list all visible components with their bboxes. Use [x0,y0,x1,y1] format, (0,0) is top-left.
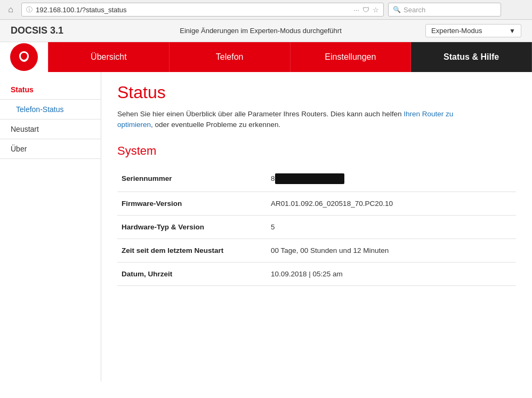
table-row: Seriennummer 8 [117,166,516,192]
search-icon: 🔍 [393,6,401,13]
home-button[interactable]: ⌂ [4,3,17,16]
sidebar-item-neustart[interactable]: Neustart [0,120,101,139]
search-placeholder: Search [404,6,425,14]
table-value-seriennummer: 8 [267,166,516,192]
table-value-hardware: 5 [267,215,516,238]
nav-item-ubersicht[interactable]: Übersicht [48,42,170,72]
content-area: Status Sehen Sie hier einen Überblick üb… [101,72,532,381]
info-icon: ⓘ [26,5,33,14]
redacted-value [275,173,344,184]
star-icon[interactable]: ☆ [373,6,379,14]
table-value-uptime: 00 Tage, 00 Stunden und 12 Minuten [267,238,516,262]
system-info-table: Seriennummer 8 Firmware-Version AR01.01.… [117,166,516,286]
docsis-title: DOCSIS 3.1 [11,25,96,36]
nav-item-telefon[interactable]: Telefon [170,42,291,72]
address-url: 192.168.100.1/?status_status [36,6,350,14]
table-row: Hardware-Typ & Version 5 [117,215,516,238]
table-label: Zeit seit dem letztem Neustart [117,238,267,262]
expert-mode-dropdown[interactable]: Experten-Modus ▼ [425,24,521,37]
table-value-firmware: AR01.01.092.06_020518_70.PC20.10 [267,192,516,215]
page-description: Sehen Sie hier einen Überblick über alle… [117,109,480,131]
chevron-down-icon: ▼ [509,27,515,35]
vodafone-circle [10,43,38,71]
nav-item-einstellungen[interactable]: Einstellungen [291,42,412,72]
table-row: Firmware-Version AR01.01.092.06_020518_7… [117,192,516,215]
address-bar-icons: ··· 🛡 ☆ [353,6,379,14]
main-layout: Status Telefon-Status Neustart Über Stat… [0,72,532,381]
table-label: Seriennummer [117,166,267,192]
search-bar[interactable]: 🔍 Search [388,3,501,17]
expert-mode-label: Experten-Modus [431,27,482,35]
sidebar-item-telefon-status[interactable]: Telefon-Status [0,100,101,120]
address-bar[interactable]: ⓘ 192.168.100.1/?status_status ··· 🛡 ☆ [21,3,384,17]
shield-icon[interactable]: 🛡 [362,6,369,14]
nav-item-status-hilfe[interactable]: Status & Hilfe [411,42,532,72]
nav-bar: Übersicht Telefon Einstellungen Status &… [0,42,532,72]
more-icon[interactable]: ··· [353,6,359,14]
table-row: Zeit seit dem letztem Neustart 00 Tage, … [117,238,516,262]
table-label: Hardware-Typ & Version [117,215,267,238]
browser-chrome: ⌂ ⓘ 192.168.100.1/?status_status ··· 🛡 ☆… [0,0,532,20]
page-title: Status [117,83,516,102]
sidebar-item-uber[interactable]: Über [0,139,101,159]
table-row: Datum, Uhrzeit 10.09.2018 | 05:25 am [117,262,516,285]
description-link[interactable]: Ihren Router zu optimieren [117,110,453,129]
sidebar: Status Telefon-Status Neustart Über [0,72,101,381]
table-label: Datum, Uhrzeit [117,262,267,285]
sidebar-item-status[interactable]: Status [0,80,101,100]
top-bar-message: Einige Änderungen im Experten-Modus durc… [96,27,425,35]
top-bar: DOCSIS 3.1 Einige Änderungen im Experten… [0,20,532,42]
vodafone-logo [0,42,48,72]
table-label: Firmware-Version [117,192,267,215]
nav-items: Übersicht Telefon Einstellungen Status &… [48,42,532,72]
section-title-system: System [117,144,516,158]
table-value-datetime: 10.09.2018 | 05:25 am [267,262,516,285]
